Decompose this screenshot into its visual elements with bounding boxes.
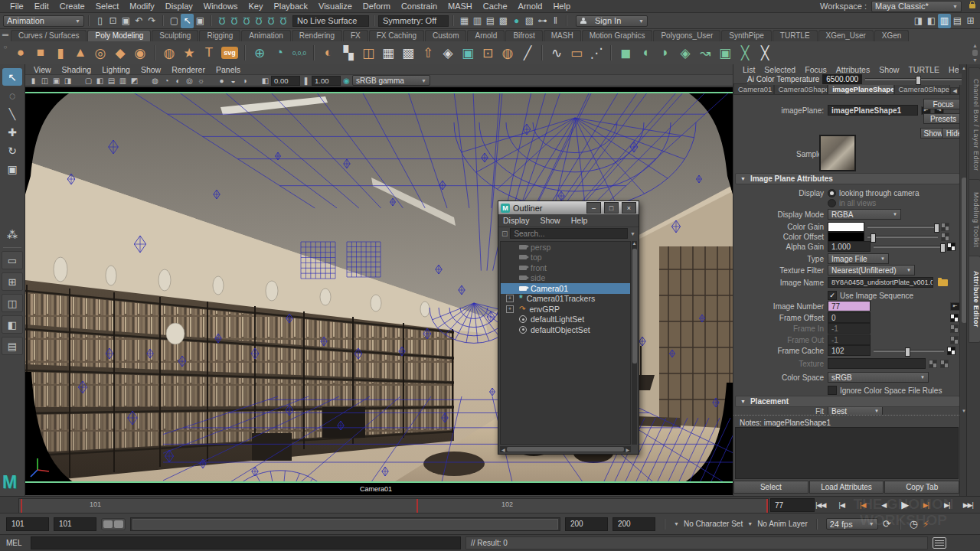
playback-start-field[interactable]: 101	[54, 517, 96, 531]
outliner-item-top[interactable]: top	[501, 253, 630, 263]
statusline-ipr-render[interactable]: ▤	[484, 14, 497, 28]
texture-map-icon[interactable]	[941, 223, 949, 231]
outliner-menu-display[interactable]: Display	[503, 216, 529, 225]
shelf-icon-edit-boundary[interactable]: ▭	[567, 43, 586, 63]
auto-keyframe-icon[interactable]: ⚡	[923, 519, 929, 530]
ae-menu-list[interactable]: List	[738, 65, 760, 74]
shelf-icon-quad-cube[interactable]: ◈	[675, 43, 695, 63]
shelf-icon-type-tool[interactable]: T	[199, 43, 219, 63]
tab-camera01[interactable]: Camera01	[733, 83, 774, 95]
chevron-down-icon[interactable]: ▼	[747, 521, 753, 527]
fit-dropdown[interactable]: Best▼	[828, 407, 883, 416]
type-dropdown[interactable]: Image File▼	[828, 253, 889, 264]
playback-step-forward-frame[interactable]: ▶|	[936, 497, 958, 512]
menuset-dropdown[interactable]: Animation ▼	[3, 15, 84, 27]
chevron-down-icon[interactable]: ▼	[674, 521, 679, 527]
playback-play-forwards[interactable]: ▶	[894, 497, 916, 512]
radio-looking-through-camera[interactable]	[828, 189, 836, 197]
statusline-snap-projected-center[interactable]: Ω	[253, 15, 265, 26]
range-track[interactable]	[130, 517, 560, 531]
shelf-tab-sculpting[interactable]: Sculpting	[152, 30, 198, 41]
live-surface-field[interactable]: No Live Surface	[292, 15, 369, 27]
time-slider-ruler[interactable]: 101 102	[18, 498, 769, 514]
shelf-icon-sequence-time[interactable]: ◔	[270, 43, 289, 63]
scroll-up-icon[interactable]: ▲	[632, 241, 637, 246]
statusline-save-scene[interactable]: ▣	[119, 14, 132, 28]
outliner-titlebar[interactable]: M Outliner – □ ×	[498, 201, 639, 214]
menu-select[interactable]: Select	[90, 2, 125, 11]
outliner-vscrollbar[interactable]: ▲	[632, 241, 637, 445]
tab-camera0shape1[interactable]: Camera0Shape1	[774, 83, 828, 95]
radio-in-all-views[interactable]	[828, 199, 836, 207]
shelf-icon-grid-window[interactable]: ▣	[715, 43, 735, 63]
search-input[interactable]: Search...	[510, 228, 628, 239]
shelf-icon-curve-tool[interactable]: ∿	[547, 43, 567, 63]
vp-field-chart[interactable]: ◒	[227, 77, 239, 85]
alpha-gain-slider[interactable]	[874, 246, 944, 248]
presets-button[interactable]: Presets	[923, 113, 963, 124]
layout-layout-two-pane[interactable]: ◫	[2, 294, 23, 312]
expand-icon[interactable]: +	[506, 305, 514, 313]
shelf-icon-smooth-mesh[interactable]: ▦	[378, 43, 398, 63]
vp-camera-attributes[interactable]: ▣	[51, 77, 62, 85]
panel-menu-view[interactable]: View	[28, 65, 57, 74]
ae-menu-turtle[interactable]: TURTLE	[903, 65, 944, 74]
playback-end-field[interactable]: 200	[565, 517, 608, 531]
symmetry-field[interactable]: Symmetry: Off	[378, 15, 449, 27]
texture-map-icon[interactable]	[947, 347, 956, 355]
vp-motion-blur[interactable]: ◐	[172, 77, 184, 85]
outliner-item-defaultlightset[interactable]: defaultLightSet	[501, 315, 630, 325]
maximize-button[interactable]: □	[604, 202, 619, 214]
focus-button[interactable]: Focus	[923, 99, 963, 109]
statusline-select-object[interactable]: ↖	[181, 14, 194, 28]
tool-rotate-tool[interactable]: ↻	[2, 142, 22, 159]
gamma-field[interactable]: 1.00	[312, 76, 341, 86]
texture-map-icon[interactable]	[947, 243, 956, 251]
panel-menu-show[interactable]: Show	[136, 65, 166, 74]
outliner-menu-show[interactable]: Show	[540, 216, 560, 225]
view-transform-dropdown[interactable]: sRGB gamma ▼	[352, 75, 430, 86]
character-set-dropdown[interactable]: No Character Set	[684, 520, 743, 528]
shelf-icon-poly-cylinder[interactable]: ▮	[51, 43, 70, 63]
shelf-tab-fx-caching[interactable]: FX Caching	[369, 30, 424, 41]
shelf-gear-icon[interactable]: ○	[4, 44, 8, 51]
shelf-icon-poly-plane[interactable]: ◆	[110, 43, 130, 63]
shelf-icon-multi-cut[interactable]: ◈	[438, 43, 458, 63]
image-number-field[interactable]: 77	[828, 301, 871, 311]
menu-arnold[interactable]: Arnold	[513, 2, 548, 11]
playback-go-to-end[interactable]: ▶▶|	[958, 497, 979, 512]
shelf-tab-bifrost[interactable]: Bifrost	[505, 30, 542, 41]
statusline-undo[interactable]: ↶	[132, 14, 145, 28]
color-offset-swatch[interactable]	[828, 232, 864, 242]
sign-in-button[interactable]: Sign In ▼	[576, 15, 648, 27]
exposure-field[interactable]: 0.00	[271, 76, 300, 86]
shelf-scrollbar[interactable]: ▲▼	[972, 43, 978, 63]
menu-file[interactable]: File	[5, 2, 29, 11]
display-mode-dropdown[interactable]: RGBA▼	[828, 209, 901, 220]
vp-image-plane[interactable]: ▢	[83, 77, 94, 85]
statusline-toggle-tool-settings[interactable]: ▤	[951, 14, 964, 28]
shelf-tab-rigging[interactable]: Rigging	[199, 30, 240, 41]
statusline-snap-make-live[interactable]: Ω	[277, 15, 289, 26]
color-gain-swatch[interactable]	[828, 222, 864, 232]
tab-imageplaneshape1[interactable]: imagePlaneShape1	[828, 83, 893, 95]
menu-key[interactable]: Key	[243, 2, 268, 11]
vp-isolate-select[interactable]: ●	[216, 77, 227, 85]
shelf-icon-poly-sphere[interactable]: ●	[11, 43, 31, 63]
vp-screen-space-ao[interactable]: ◔	[161, 77, 172, 85]
shelf-tab-mash[interactable]: MASH	[544, 30, 581, 41]
statusline-render-ball[interactable]: ●	[510, 14, 523, 28]
tool-paint-select-tool[interactable]: ╲	[2, 105, 22, 122]
outliner-item-front[interactable]: front	[501, 262, 630, 273]
statusline-light-editor[interactable]: ▧	[523, 14, 536, 28]
exposure-icon[interactable]: ◧	[260, 77, 271, 85]
playback-step-back-key[interactable]: |◀	[852, 497, 874, 512]
last-tool-slot[interactable]: ⁂	[2, 226, 22, 243]
vp-shading-textured[interactable]: ▥	[117, 77, 129, 85]
shelf-icon-relax-brush[interactable]: ◖	[635, 43, 655, 63]
shelf-tab-fx[interactable]: FX	[343, 30, 368, 41]
node-name-field[interactable]: imagePlaneShape1	[828, 105, 918, 116]
ignore-color-space-checkbox[interactable]	[828, 386, 837, 395]
shelf-tab-animation[interactable]: Animation	[241, 30, 290, 41]
gamma-icon[interactable]: ❚	[300, 77, 312, 85]
